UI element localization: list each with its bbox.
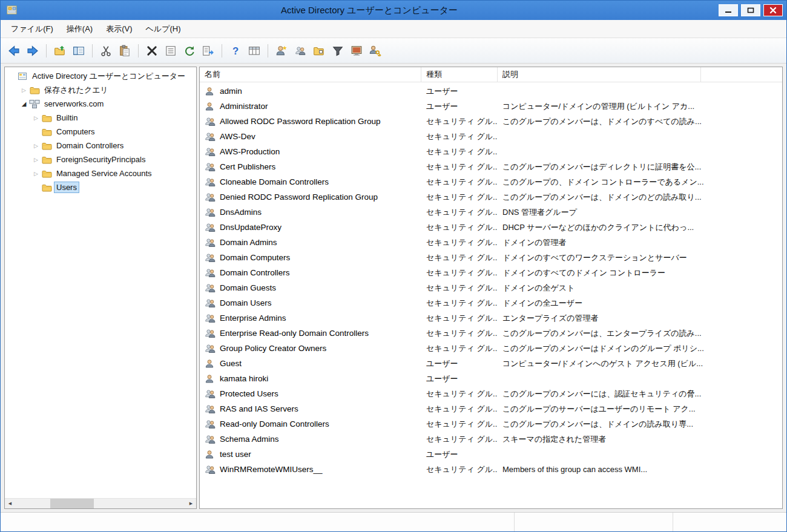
status-pane-right <box>673 513 786 531</box>
tree-item-managed-service-accounts[interactable]: ▷Managed Service Accounts <box>5 166 196 180</box>
tree-expander-icon[interactable]: ▷ <box>31 115 41 121</box>
name-cell: RAS and IAS Servers <box>200 404 421 414</box>
list-row-dnsupdateproxy[interactable]: DnsUpdateProxyセキュリティ グル...DHCP サーバーなどのほか… <box>200 220 782 235</box>
tree-item-users[interactable]: Users <box>5 180 196 194</box>
list-row-winrmremotewmiusers[interactable]: WinRMRemoteWMIUsers__セキュリティ グル...Members… <box>200 462 782 477</box>
group-icon <box>205 283 216 293</box>
list-row-domain-users[interactable]: Domain Usersセキュリティ グル...ドメインの全ユーザー <box>200 295 782 310</box>
tree-item-builtin[interactable]: ▷Builtin <box>5 111 196 125</box>
folder-icon <box>41 156 53 164</box>
show-console-tree-button[interactable] <box>70 42 87 59</box>
object-name: Domain Users <box>220 298 272 307</box>
delete-button[interactable] <box>143 42 160 59</box>
tree-expander-icon[interactable]: ▷ <box>31 143 41 149</box>
minimize-button[interactable] <box>719 4 738 16</box>
menu-view[interactable]: 表示(V) <box>99 21 139 38</box>
tree-item-foreign-security-principals[interactable]: ▷ForeignSecurityPrincipals <box>5 153 196 166</box>
folder-icon <box>41 169 53 178</box>
list-row-administrator[interactable]: Administratorユーザーコンピューター/ドメインの管理用 (ビルトイン… <box>200 99 782 114</box>
name-cell: WinRMRemoteWMIUsers__ <box>200 465 421 475</box>
list-row-aws-dev[interactable]: AWS-Devセキュリティ グル... <box>200 129 782 144</box>
object-name: DnsUpdateProxy <box>220 223 282 232</box>
scrollbar-track[interactable] <box>15 499 186 508</box>
paste-button[interactable] <box>116 42 133 59</box>
tree-expander-icon[interactable]: ▷ <box>31 157 41 163</box>
new-ou-button[interactable] <box>311 42 328 59</box>
forward-arrow-button[interactable] <box>24 42 41 59</box>
new-group-button[interactable] <box>292 42 309 59</box>
list-row-dnsadmins[interactable]: DnsAdminsセキュリティ グル...DNS 管理者グループ <box>200 205 782 220</box>
group-icon <box>205 192 216 202</box>
list-row-cloneable-domain-controllers[interactable]: Cloneable Domain Controllersセキュリティ グル...… <box>200 174 782 189</box>
list-row-enterprise-read-only-domain-controllers[interactable]: Enterprise Read-only Domain Controllersセ… <box>200 326 782 341</box>
refresh-button[interactable] <box>181 42 198 59</box>
properties-button[interactable] <box>162 42 179 59</box>
description-cell: このグループの、ドメイン コントローラーであるメン... <box>498 177 782 188</box>
export-list-button[interactable] <box>200 42 217 59</box>
list-row-ras-and-ias-servers[interactable]: RAS and IAS Serversセキュリティ グル...このグループのサー… <box>200 401 782 416</box>
object-name: kamata hiroki <box>220 374 268 383</box>
choose-columns-button[interactable] <box>246 42 263 59</box>
console-body: Active Directory ユーザーとコンピューター▷保存されたクエリ◢s… <box>1 64 786 512</box>
list-row-guest[interactable]: Guestユーザーコンピューター/ドメインへのゲスト アクセス用 (ビル... <box>200 356 782 371</box>
list-row-read-only-domain-controllers[interactable]: Read-only Domain Controllersセキュリティ グル...… <box>200 416 782 432</box>
list-row-admin[interactable]: adminユーザー <box>200 84 782 99</box>
new-user-button[interactable] <box>273 42 290 59</box>
scroll-left-arrow-icon[interactable]: ◀ <box>5 499 15 508</box>
list-row-domain-admins[interactable]: Domain Adminsセキュリティ グル...ドメインの管理者 <box>200 235 782 250</box>
list-row-enterprise-admins[interactable]: Enterprise Adminsセキュリティ グル...エンタープライズの管理… <box>200 310 782 326</box>
tree-item-computers[interactable]: Computers <box>5 125 196 139</box>
column-header-type[interactable]: 種類 <box>421 67 498 82</box>
tree-expander-icon[interactable]: ▷ <box>31 171 41 177</box>
list-row-group-policy-creator-owners[interactable]: Group Policy Creator Ownersセキュリティ グル...こ… <box>200 341 782 356</box>
new-ou-icon <box>313 45 325 57</box>
tree-expander-icon[interactable]: ◢ <box>19 100 28 107</box>
tree-item-serverworks-com[interactable]: ◢serverworks.com <box>5 97 196 111</box>
close-icon <box>769 7 777 14</box>
name-cell: Domain Computers <box>200 253 421 263</box>
list-row-domain-guests[interactable]: Domain Guestsセキュリティ グル...ドメインの全ゲスト <box>200 280 782 295</box>
help-button[interactable]: ? <box>227 42 244 59</box>
list-row-domain-controllers[interactable]: Domain Controllersセキュリティ グル...ドメインのすべてのド… <box>200 265 782 280</box>
name-cell: Allowed RODC Password Replication Group <box>200 117 421 126</box>
menu-action[interactable]: 操作(A) <box>60 21 99 38</box>
list-row-kamata-hiroki[interactable]: kamata hirokiユーザー <box>200 371 782 386</box>
up-level-button[interactable] <box>51 42 68 59</box>
tree-expander-icon[interactable]: ▷ <box>19 87 28 93</box>
name-cell: Protected Users <box>200 389 421 399</box>
scroll-right-arrow-icon[interactable]: ▶ <box>186 499 196 508</box>
list-row-test-user[interactable]: test userユーザー <box>200 447 782 462</box>
type-cell: セキュリティ グル... <box>421 131 498 142</box>
list-row-allowed-rodc-password-replication-group[interactable]: Allowed RODC Password Replication Groupセ… <box>200 114 782 129</box>
list-row-denied-rodc-password-replication-group[interactable]: Denied RODC Password Replication Groupセキ… <box>200 189 782 205</box>
menu-help[interactable]: ヘルプ(H) <box>139 21 188 38</box>
column-header-description[interactable]: 説明 <box>498 67 701 82</box>
tree-horizontal-scrollbar[interactable]: ◀ ▶ <box>5 498 196 508</box>
column-header-name[interactable]: 名前 <box>200 67 421 82</box>
scrollbar-thumb[interactable] <box>50 499 94 508</box>
monitor-button[interactable] <box>348 42 365 59</box>
list-row-cert-publishers[interactable]: Cert Publishersセキュリティ グル...このグループのメンバーはデ… <box>200 159 782 174</box>
user-key-button[interactable] <box>367 42 384 59</box>
cut-button[interactable] <box>97 42 114 59</box>
menu-file[interactable]: ファイル(F) <box>4 21 60 38</box>
set-filter-button[interactable] <box>329 42 346 59</box>
list-row-protected-users[interactable]: Protected Usersセキュリティ グル...このグループのメンバーには… <box>200 386 782 401</box>
list-row-schema-admins[interactable]: Schema Adminsセキュリティ グル...スキーマの指定された管理者 <box>200 432 782 447</box>
group-icon <box>205 419 216 429</box>
close-button[interactable] <box>763 4 783 16</box>
back-arrow-button[interactable] <box>5 42 22 59</box>
choose-columns-icon <box>248 45 260 57</box>
list-row-domain-computers[interactable]: Domain Computersセキュリティ グル...ドメインのすべてのワーク… <box>200 250 782 265</box>
maximize-button[interactable] <box>741 4 760 16</box>
type-cell: セキュリティ グル... <box>421 237 498 248</box>
tree-item-saved-queries[interactable]: ▷保存されたクエリ <box>5 83 196 97</box>
caption-buttons <box>719 4 783 16</box>
type-cell: セキュリティ グル... <box>421 116 498 127</box>
tree-item-label: Active Directory ユーザーとコンピューター <box>30 70 188 83</box>
tree-item-root[interactable]: Active Directory ユーザーとコンピューター <box>5 69 196 83</box>
name-cell: Cert Publishers <box>200 162 421 172</box>
tree-item-domain-controllers[interactable]: ▷Domain Controllers <box>5 139 196 153</box>
list-row-aws-production[interactable]: AWS-Productionセキュリティ グル... <box>200 144 782 159</box>
object-name: Denied RODC Password Replication Group <box>220 192 378 202</box>
